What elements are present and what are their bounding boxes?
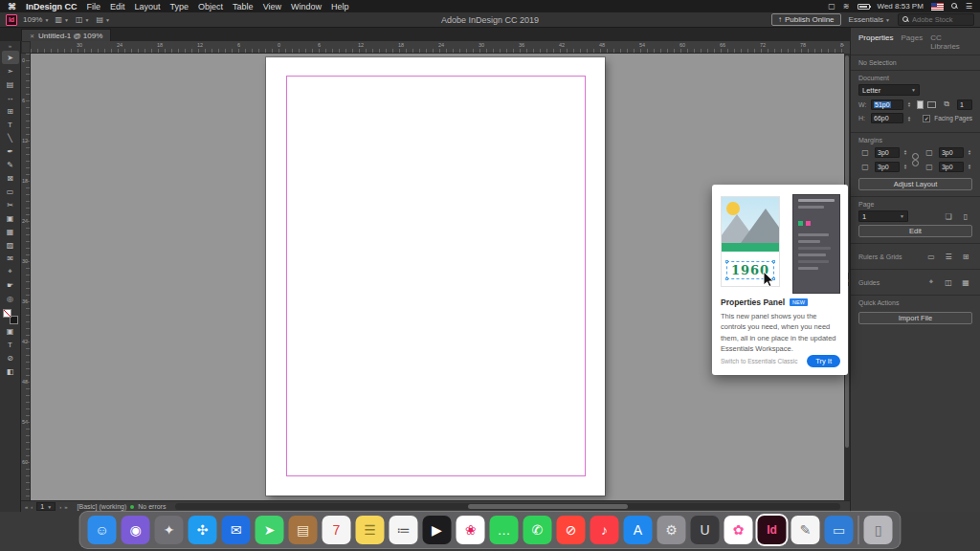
stock-search-input[interactable]	[912, 15, 969, 24]
show-guides-icon[interactable]: ▦	[959, 276, 972, 288]
margin-top-stepper[interactable]: ▲▼	[903, 149, 907, 155]
page-number-dropdown[interactable]: 1▼	[36, 502, 56, 511]
scissors-tool[interactable]: ✂	[2, 198, 19, 211]
apple-menu-icon[interactable]: ⌘	[8, 2, 16, 11]
preflight-status-text[interactable]: No errors	[138, 503, 166, 510]
orientation-portrait-icon[interactable]	[917, 100, 924, 109]
lock-guides-icon[interactable]: ◫	[942, 276, 955, 288]
dock-flower-app[interactable]: ✿	[724, 516, 753, 544]
dock-textedit[interactable]: ✎	[791, 516, 820, 544]
menu-layout[interactable]: Layout	[135, 2, 161, 11]
document-grid-icon[interactable]: ⊞	[959, 251, 972, 262]
horizontal-ruler[interactable]: 3024181260612182430364248546066727884	[31, 41, 844, 54]
apply-none-icon[interactable]: ⊘	[2, 351, 19, 364]
dock-safari[interactable]: ✣	[189, 516, 217, 544]
free-transform-tool[interactable]: ▣	[2, 211, 19, 225]
dock-display-app[interactable]: ▭	[825, 516, 854, 544]
type-tool[interactable]: T	[2, 118, 19, 131]
dock-photos[interactable]: ❀	[457, 516, 485, 544]
next-page-button[interactable]: ›	[59, 504, 61, 510]
document-tab[interactable]: ✕ Untitled-1 @ 109%	[21, 29, 111, 41]
first-page-button[interactable]: «	[25, 504, 28, 510]
dock-tv[interactable]: ▶	[423, 516, 452, 544]
app-menu-title[interactable]: InDesign CC	[26, 2, 78, 11]
current-page-dropdown[interactable]: 1▼	[858, 210, 908, 222]
line-tool[interactable]: ╲	[2, 131, 19, 144]
page-count-field[interactable]: 1	[957, 99, 972, 110]
note-tool[interactable]: ✉	[2, 252, 19, 265]
gap-tool[interactable]: ↔	[2, 91, 19, 104]
menu-type[interactable]: Type	[170, 2, 189, 11]
orientation-landscape-icon[interactable]	[927, 101, 936, 108]
workspace-switcher[interactable]: Essentials▼	[849, 15, 890, 24]
ruler-icon[interactable]: ▭	[924, 251, 938, 262]
pen-tool[interactable]: ✒	[2, 144, 19, 158]
spotlight-search-icon[interactable]	[951, 3, 958, 10]
dock-facetime[interactable]: ✆	[523, 516, 552, 544]
hand-tool[interactable]: ☛	[2, 278, 19, 292]
dock-reminders[interactable]: ≔	[390, 516, 418, 544]
page-tool[interactable]: ▤	[2, 77, 19, 91]
dock-siri[interactable]: ◉	[122, 516, 150, 544]
tab-pages[interactable]: Pages	[901, 33, 923, 51]
dock-do-not-disturb[interactable]: ⊘	[557, 516, 586, 544]
menu-help[interactable]: Help	[331, 2, 349, 11]
tab-properties[interactable]: Properties	[858, 33, 893, 51]
rectangle-frame-tool[interactable]: ⊠	[2, 171, 19, 185]
arrange-documents-dropdown[interactable]: ▤▼	[96, 15, 110, 24]
display-status-icon[interactable]: ▢	[828, 2, 835, 11]
fill-stroke-swatches[interactable]	[3, 309, 18, 324]
margin-bottom-field[interactable]: 3p0	[875, 162, 900, 172]
page-size-dropdown[interactable]: Letter▼	[858, 84, 920, 96]
edit-page-button[interactable]: Edit	[858, 225, 972, 237]
publish-online-button[interactable]: ↑ Publish Online	[771, 13, 841, 26]
close-tab-icon[interactable]: ✕	[30, 33, 34, 39]
link-margins-icon[interactable]	[911, 151, 919, 168]
pencil-tool[interactable]: ✎	[2, 158, 19, 171]
width-field[interactable]: 51p0	[871, 99, 903, 110]
zoom-tool[interactable]: ◎	[2, 292, 19, 305]
dock-music[interactable]: ♪	[590, 516, 619, 544]
screen-mode-dropdown[interactable]: ◫▼	[76, 15, 90, 24]
vertical-ruler[interactable]: 0612182430364248546066	[21, 54, 31, 500]
margin-inside-stepper[interactable]: ▲▼	[968, 149, 971, 155]
menu-file[interactable]: File	[87, 2, 101, 11]
preflight-preset[interactable]: [Basic] (working)	[78, 503, 127, 510]
switch-essentials-classic-link[interactable]: Switch to Essentials Classic	[721, 358, 798, 364]
dock-indesign[interactable]: Id	[758, 516, 787, 544]
dock-utility-app[interactable]: U	[691, 516, 720, 544]
fill-swatch[interactable]	[3, 309, 11, 318]
notification-center-icon[interactable]: ☰	[966, 2, 972, 11]
prev-page-button[interactable]: ‹	[31, 504, 33, 510]
menubar-clock[interactable]: Wed 8:53 PM	[878, 2, 924, 11]
view-options-dropdown[interactable]: ▥▼	[55, 15, 69, 24]
dock-maps[interactable]: ➤	[256, 516, 284, 544]
formatting-container-icon[interactable]: ▣	[2, 324, 19, 338]
rectangle-tool[interactable]: ▭	[2, 185, 19, 198]
add-page-icon[interactable]: ❏	[942, 210, 955, 222]
battery-status-icon[interactable]	[858, 4, 870, 10]
menu-window[interactable]: Window	[291, 2, 322, 11]
gradient-feather-tool[interactable]: ▨	[2, 238, 19, 252]
content-collector-tool[interactable]: ⊞	[2, 104, 19, 118]
eyedropper-tool[interactable]: ⌖	[2, 265, 19, 278]
margin-outside-stepper[interactable]: ▲▼	[968, 164, 971, 169]
dock-mail[interactable]: ✉	[222, 516, 251, 544]
toolbar-expand-toggle[interactable]: »	[9, 43, 11, 51]
margin-outside-field[interactable]: 3p0	[939, 162, 964, 172]
gradient-swatch-tool[interactable]: ▦	[2, 225, 19, 238]
delete-page-icon[interactable]: ▯	[959, 210, 972, 222]
adjust-layout-button[interactable]: Adjust Layout	[858, 178, 972, 190]
baseline-grid-icon[interactable]: ☰	[942, 251, 955, 262]
direct-selection-tool[interactable]: ➣	[2, 64, 19, 77]
menu-edit[interactable]: Edit	[110, 2, 125, 11]
menu-object[interactable]: Object	[198, 2, 223, 11]
wifi-status-icon[interactable]: ≋	[843, 2, 850, 11]
dock-notes[interactable]: ☰	[356, 516, 385, 544]
smart-guides-icon[interactable]: ⌖	[924, 276, 938, 288]
facing-pages-checkbox[interactable]: ✓	[923, 115, 930, 122]
screen-mode-normal-icon[interactable]: ◧	[2, 364, 19, 378]
import-file-button[interactable]: Import File	[858, 312, 972, 324]
horizontal-scrollbar-thumb[interactable]	[468, 504, 628, 509]
dock-app-store[interactable]: A	[624, 516, 653, 544]
